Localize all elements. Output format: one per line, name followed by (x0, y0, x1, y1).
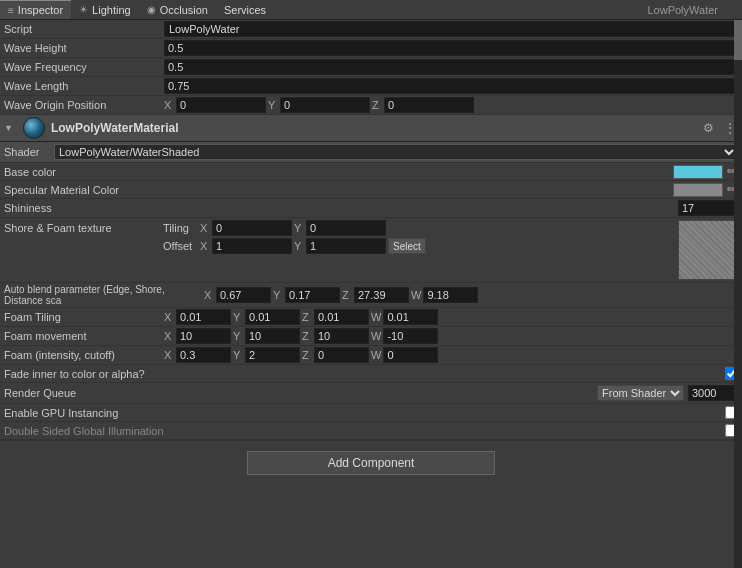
auto-blend-x-input[interactable] (216, 287, 271, 303)
foam-movement-w-input[interactable] (383, 328, 438, 344)
wave-height-input[interactable] (164, 40, 738, 56)
base-color-swatch[interactable] (673, 165, 723, 179)
foam-intensity-y-input[interactable] (245, 347, 300, 363)
tab-occlusion-label: Occlusion (160, 4, 208, 16)
wave-length-input[interactable] (164, 78, 738, 94)
texture-section: Shore & Foam texture Tiling X Y Offset X… (0, 218, 742, 283)
offset-y-label: Y (294, 240, 304, 252)
auto-blend-w-input[interactable] (423, 287, 478, 303)
tab-bar: ≡ Inspector ☀ Lighting ◉ Occlusion Servi… (0, 0, 742, 20)
tiling-row: Tiling X Y (163, 220, 674, 236)
wave-frequency-row: Wave Frequency (0, 58, 742, 77)
foam-tiling-x-input[interactable] (176, 309, 231, 325)
foam-intensity-w-input[interactable] (383, 347, 438, 363)
material-arrow-icon: ▼ (4, 123, 13, 133)
script-row: Script LowPolyWater (0, 20, 742, 39)
fi-x-label: X (164, 349, 174, 361)
shader-label: Shader (4, 146, 54, 158)
auto-blend-row: Auto blend parameter (Edge, Shore, Dista… (0, 283, 742, 308)
foam-intensity-z-input[interactable] (314, 347, 369, 363)
tiling-y-input[interactable] (306, 220, 386, 236)
foam-intensity-fields: X Y Z W (164, 347, 738, 363)
inspector-icon: ≡ (8, 5, 14, 16)
offset-label: Offset (163, 240, 198, 252)
tab-lighting[interactable]: ☀ Lighting (71, 0, 139, 19)
scrollbar[interactable] (734, 20, 742, 568)
tiling-x-input[interactable] (212, 220, 292, 236)
specular-color-swatch[interactable] (673, 183, 723, 197)
tab-occlusion[interactable]: ◉ Occlusion (139, 0, 216, 19)
foam-movement-x-input[interactable] (176, 328, 231, 344)
offset-x-input[interactable] (212, 238, 292, 254)
wave-origin-row: Wave Origin Position X Y Z (0, 96, 742, 115)
ab-y-label: Y (273, 289, 283, 301)
foam-movement-y-input[interactable] (245, 328, 300, 344)
ab-z-label: Z (342, 289, 352, 301)
shininess-input[interactable] (678, 200, 738, 216)
double-sided-row: Double Sided Global Illumination (0, 422, 742, 440)
tab-inspector[interactable]: ≡ Inspector (0, 0, 71, 19)
ft-y-label: Y (233, 311, 243, 323)
ab-w-label: W (411, 289, 421, 301)
z-axis-label: Z (372, 99, 382, 111)
fm-z-label: Z (302, 330, 312, 342)
render-queue-row: Render Queue From Shader (0, 383, 742, 404)
base-color-row: Base color ✏ (0, 163, 742, 181)
tab-lighting-label: Lighting (92, 4, 131, 16)
ft-w-label: W (371, 311, 381, 323)
auto-blend-fields: X Y Z W (204, 287, 738, 303)
auto-blend-y-input[interactable] (285, 287, 340, 303)
wave-origin-x-input[interactable] (176, 97, 266, 113)
shininess-label: Shininess (4, 202, 164, 214)
y-axis-label: Y (268, 99, 278, 111)
tab-inspector-label: Inspector (18, 4, 63, 16)
wave-height-row: Wave Height (0, 39, 742, 58)
wave-origin-z-input[interactable] (384, 97, 474, 113)
foam-tiling-w-input[interactable] (383, 309, 438, 325)
foam-tiling-row: Foam Tiling X Y Z W (0, 308, 742, 327)
foam-tiling-y-input[interactable] (245, 309, 300, 325)
foam-movement-row: Foam movement X Y Z W (0, 327, 742, 346)
material-name: LowPolyWaterMaterial (51, 121, 695, 135)
material-sphere (23, 117, 45, 139)
tab-services[interactable]: Services (216, 0, 274, 19)
foam-tiling-label: Foam Tiling (4, 311, 164, 323)
wave-origin-y-input[interactable] (280, 97, 370, 113)
tab-services-label: Services (224, 4, 266, 16)
render-queue-value-input[interactable] (688, 385, 738, 401)
select-texture-button[interactable]: Select (388, 238, 426, 254)
specular-color-label: Specular Material Color (4, 184, 164, 196)
shader-select[interactable]: LowPolyWater/WaterShaded (54, 144, 738, 160)
auto-blend-z-input[interactable] (354, 287, 409, 303)
offset-row: Offset X Y Select (163, 238, 674, 254)
fm-w-label: W (371, 330, 381, 342)
foam-movement-z-input[interactable] (314, 328, 369, 344)
add-component-button[interactable]: Add Component (247, 451, 496, 475)
fi-z-label: Z (302, 349, 312, 361)
wave-length-label: Wave Length (4, 80, 164, 92)
script-value: LowPolyWater (164, 21, 738, 37)
ft-z-label: Z (302, 311, 312, 323)
double-sided-label: Double Sided Global Illumination (4, 425, 164, 437)
foam-intensity-row: Foam (intensity, cutoff) X Y Z W (0, 346, 742, 365)
gpu-instancing-label: Enable GPU Instancing (4, 407, 725, 419)
fi-w-label: W (371, 349, 381, 361)
window-title: LowPolyWater (647, 4, 742, 16)
foam-tiling-fields: X Y Z W (164, 309, 738, 325)
render-queue-select[interactable]: From Shader (597, 385, 684, 401)
scrollbar-thumb[interactable] (734, 20, 742, 60)
texture-preview-area[interactable] (678, 220, 738, 280)
foam-tiling-z-input[interactable] (314, 309, 369, 325)
foam-intensity-label: Foam (intensity, cutoff) (4, 349, 164, 361)
wave-origin-fields: X Y Z (164, 97, 738, 113)
wave-frequency-input[interactable] (164, 59, 738, 75)
offset-y-input[interactable] (306, 238, 386, 254)
foam-intensity-x-input[interactable] (176, 347, 231, 363)
inspector-panel: Script LowPolyWater Wave Height Wave Fre… (0, 20, 742, 568)
tiling-x-label: X (200, 222, 210, 234)
shininess-row: Shininess (0, 199, 742, 218)
texture-preview (679, 221, 737, 279)
lighting-icon: ☀ (79, 4, 88, 15)
render-queue-label: Render Queue (4, 387, 593, 399)
material-settings-icon[interactable]: ⚙ (701, 119, 716, 137)
